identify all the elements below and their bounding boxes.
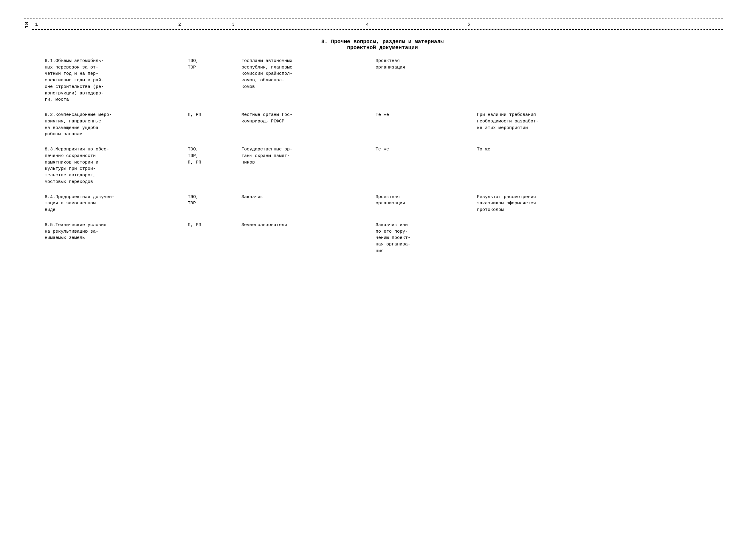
top-dashed-line (24, 18, 723, 19)
cell-8-4-col4: Проектная организация (372, 194, 474, 207)
col-header-1: 1 (32, 22, 175, 28)
col-header-4: 4 (363, 22, 464, 28)
cell-8-1-col1: 8.1.Объемы автомобиль- ных перевозок за … (42, 58, 185, 103)
cell-8-2-col5: При наличии требования необходимости раз… (474, 112, 723, 131)
section-title: 8. Прочие вопросы, разделы и материалы п… (24, 39, 723, 51)
cell-8-3-col2: ТЭО, ТЭР, П, РП (185, 146, 238, 166)
column-header-row: 18 1 2 3 4 5 (24, 20, 723, 30)
table-body: 8.1.Объемы автомобиль- ных перевозок за … (24, 58, 723, 255)
cell-8-3-col3: Государственные ор- ганы охраны памят- н… (238, 146, 372, 166)
cell-8-5-col2: П, РП (185, 222, 238, 229)
cell-8-5-col1: 8.5.Технические условия на рекультивацию… (42, 222, 185, 241)
cell-8-4-col5: Результат рассмотрения заказчиком оформл… (474, 194, 723, 213)
cell-8-3-col5: То же (474, 146, 723, 153)
table-row: 8.3.Мероприятия по обес- печению сохранн… (42, 146, 723, 186)
cell-8-3-col1: 8.3.Мероприятия по обес- печению сохранн… (42, 146, 185, 185)
cell-8-5-col3: Землепользователи (238, 222, 372, 229)
row-number-18: 18 (24, 22, 30, 28)
col-header-5: 5 (464, 22, 723, 28)
cell-8-2-col2: П, РП (185, 112, 238, 118)
cell-8-1-col4: Проектная организация (372, 58, 474, 71)
table-row: 8.5.Технические условия на рекультивацию… (42, 222, 723, 255)
table-row: 8.1.Объемы автомобиль- ных перевозок за … (42, 58, 723, 103)
cell-8-2-col3: Местные органы Гос- комприроды РСФСР (238, 112, 372, 125)
cell-8-5-col4: Заказчик или по его пору- чению проект- … (372, 222, 474, 255)
col-header-3: 3 (229, 22, 363, 28)
cell-8-3-col4: Те же (372, 146, 474, 153)
col-header-2: 2 (175, 22, 229, 28)
cell-8-1-col2: ТЭО, ТЭР (185, 58, 238, 71)
table-row: 8.4.Предпроектная докумен- тация в закон… (42, 194, 723, 214)
cell-8-4-col1: 8.4.Предпроектная докумен- тация в закон… (42, 194, 185, 213)
cell-8-2-col1: 8.2.Компенсационные меро- приятия, напра… (42, 112, 185, 138)
table-row: 8.2.Компенсационные меро- приятия, напра… (42, 112, 723, 138)
cell-8-4-col2: ТЭО, ТЭР (185, 194, 238, 207)
cell-8-2-col4: Те же (372, 112, 474, 118)
cell-8-1-col3: Госпланы автономных республик, плановые … (238, 58, 372, 90)
cell-8-4-col3: Заказчик (238, 194, 372, 201)
